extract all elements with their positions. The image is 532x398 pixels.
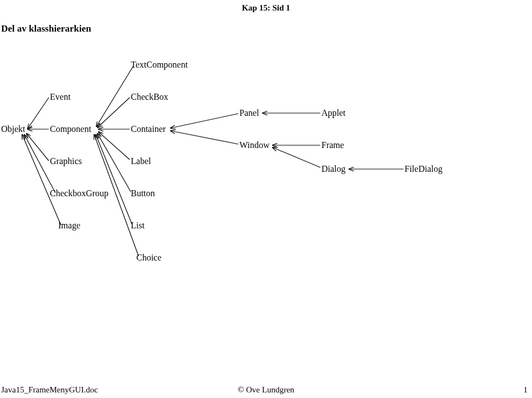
node-graphics: Graphics — [50, 156, 82, 166]
node-window: Window — [239, 140, 269, 150]
node-checkbox: CheckBox — [131, 92, 168, 102]
footer-page: 1 — [524, 385, 528, 395]
node-event: Event — [50, 92, 70, 102]
hierarchy-arrows — [0, 0, 532, 398]
svg-line-2 — [27, 134, 49, 161]
svg-line-5 — [96, 67, 133, 126]
node-choice: Choice — [136, 253, 161, 263]
svg-line-0 — [28, 98, 49, 129]
node-list: List — [131, 221, 145, 231]
footer-copyright: © Ove Lundgren — [0, 385, 532, 395]
node-panel: Panel — [239, 108, 259, 118]
svg-line-6 — [98, 98, 130, 127]
node-container: Container — [131, 124, 166, 134]
svg-line-8 — [99, 132, 130, 160]
svg-line-10 — [96, 135, 132, 224]
node-label: Label — [131, 156, 151, 166]
section-heading: Del av klasshierarkien — [1, 23, 91, 34]
node-objekt: Objekt — [1, 124, 25, 134]
node-button: Button — [131, 188, 155, 198]
node-checkboxgroup: CheckboxGroup — [50, 188, 109, 198]
node-image: Image — [58, 221, 80, 231]
svg-line-12 — [171, 114, 238, 128]
page-header: Kap 15: Sid 1 — [0, 3, 532, 13]
node-dialog: Dialog — [321, 164, 346, 174]
node-frame: Frame — [321, 140, 344, 150]
node-component: Component — [50, 124, 91, 134]
svg-line-4 — [22, 135, 61, 225]
svg-line-16 — [273, 147, 320, 167]
svg-line-13 — [171, 131, 238, 144]
node-filedialog: FileDialog — [405, 164, 442, 174]
svg-line-9 — [98, 134, 131, 192]
node-textcomponent: TextComponent — [131, 60, 188, 70]
node-applet: Applet — [321, 108, 346, 118]
